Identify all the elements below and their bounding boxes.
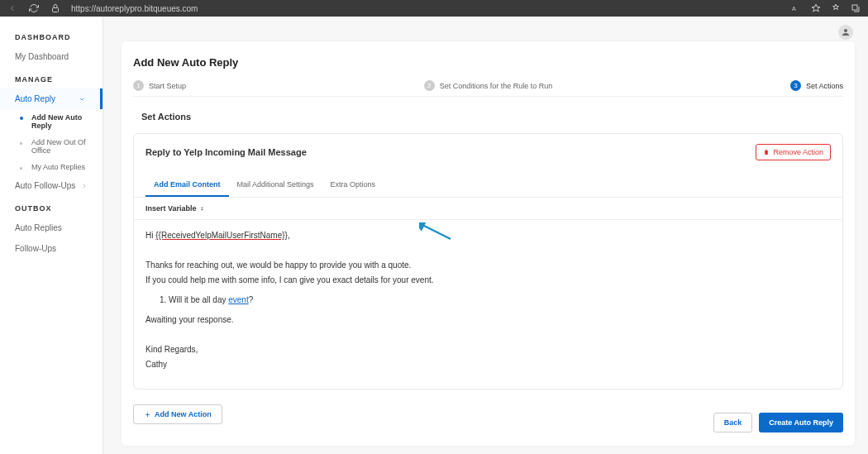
sidebar: DASHBOARD My Dashboard MANAGE Auto Reply… — [0, 17, 103, 454]
step-start-setup[interactable]: 1 Start Setup — [133, 80, 186, 91]
template-variable: {{ReceivedYelpMailUserFirstName}} — [155, 231, 288, 240]
svg-text:A: A — [792, 6, 796, 12]
step-label: Set Conditions for the Rule to Run — [440, 82, 553, 90]
back-button[interactable]: Back — [713, 413, 753, 432]
sidebar-section-outbox: OUTBOX — [0, 196, 103, 217]
step-number: 2 — [424, 80, 435, 91]
sidebar-item-outbox-followups[interactable]: Follow-Ups — [0, 238, 103, 259]
add-action-label: Add New Action — [155, 410, 212, 418]
editor-line: Awaiting your response. — [145, 313, 831, 327]
action-tabs: Add Email Content Mail Additional Settin… — [134, 165, 842, 198]
text: Will it be all day — [169, 295, 228, 304]
page-title: Add New Auto Reply — [133, 56, 843, 69]
main-content: Add New Auto Reply 1 Start Setup 2 Set C… — [103, 17, 868, 454]
sidebar-item-my-dashboard[interactable]: My Dashboard — [0, 46, 103, 67]
wizard-steps: 1 Start Setup 2 Set Conditions for the R… — [133, 80, 843, 97]
browser-bar: https://autoreplypro.bitqueues.com A — [0, 0, 868, 17]
step-set-actions[interactable]: 3 Set Actions — [790, 80, 843, 91]
svg-line-4 — [422, 225, 451, 239]
collections-icon[interactable] — [850, 2, 861, 14]
annotation-arrow — [419, 222, 452, 241]
svg-rect-0 — [53, 8, 59, 12]
add-new-action-button[interactable]: Add New Action — [133, 404, 222, 424]
sidebar-item-label: Auto Reply — [15, 94, 55, 103]
back-icon[interactable] — [7, 2, 18, 14]
text: , — [288, 231, 290, 240]
svg-point-3 — [844, 29, 847, 32]
editor-list-item: Will it be all day event? — [169, 293, 831, 308]
url-display[interactable]: https://autoreplypro.bitqueues.com — [71, 4, 780, 13]
favorite-icon[interactable] — [810, 2, 822, 14]
editor-line: Thanks for reaching out, we would be hap… — [145, 258, 831, 273]
create-auto-reply-button[interactable]: Create Auto Reply — [759, 413, 843, 432]
favorites-bar-icon[interactable] — [830, 2, 842, 14]
sidebar-item-my-auto-replies[interactable]: My Auto Replies — [25, 159, 103, 175]
sidebar-item-auto-followups[interactable]: Auto Follow-Ups — [0, 175, 103, 196]
tab-add-email-content[interactable]: Add Email Content — [145, 174, 229, 197]
insert-variable-button[interactable]: Insert Variable — [145, 204, 197, 213]
text-size-icon[interactable]: A — [790, 2, 802, 14]
section-title: Set Actions — [141, 112, 843, 122]
trash-icon — [763, 149, 770, 155]
sidebar-section-manage: MANAGE — [0, 67, 103, 88]
remove-action-label: Remove Action — [773, 148, 823, 156]
step-number: 3 — [790, 80, 801, 91]
step-number: 1 — [133, 80, 144, 91]
action-title: Reply to Yelp Incoming Mail Message — [145, 147, 307, 157]
action-card: Reply to Yelp Incoming Mail Message Remo… — [133, 133, 843, 389]
lock-icon — [50, 2, 61, 14]
email-body-editor[interactable]: Hi {{ReceivedYelpMailUserFirstName}}, Th… — [134, 220, 842, 389]
refresh-icon[interactable] — [28, 2, 40, 14]
sidebar-item-label: Auto Follow-Ups — [15, 181, 75, 190]
editor-toolbar: Insert Variable — [134, 198, 842, 220]
profile-icon[interactable] — [838, 25, 853, 40]
sidebar-item-outbox-auto-replies[interactable]: Auto Replies — [0, 217, 103, 238]
step-set-conditions[interactable]: 2 Set Conditions for the Rule to Run — [424, 80, 553, 91]
editor-line: Hi {{ReceivedYelpMailUserFirstName}}, — [145, 228, 831, 243]
sidebar-item-auto-reply[interactable]: Auto Reply — [0, 88, 103, 109]
step-label: Start Setup — [149, 82, 186, 90]
step-label: Set Actions — [806, 82, 843, 90]
browser-right-icons: A — [790, 2, 861, 14]
plus-icon — [144, 411, 151, 418]
editor-line: If you could help me with some info, I c… — [145, 273, 831, 288]
link-text: event — [228, 295, 248, 304]
sidebar-item-add-auto-reply[interactable]: Add New Auto Reply — [25, 109, 103, 134]
tab-extra-options[interactable]: Extra Options — [322, 174, 384, 197]
editor-line: Cathy — [145, 357, 831, 372]
sidebar-item-add-ooo[interactable]: Add New Out Of Office — [25, 134, 103, 159]
svg-rect-2 — [852, 5, 857, 10]
chevron-down-icon — [79, 96, 85, 103]
text: ? — [249, 295, 254, 304]
text: Hi — [145, 231, 155, 240]
sidebar-section-dashboard: DASHBOARD — [0, 25, 103, 46]
chevron-right-icon — [81, 183, 88, 189]
tab-mail-settings[interactable]: Mail Additional Settings — [229, 174, 322, 197]
sort-icon — [199, 206, 205, 212]
editor-line: Kind Regards, — [145, 342, 831, 357]
remove-action-button[interactable]: Remove Action — [756, 144, 831, 160]
